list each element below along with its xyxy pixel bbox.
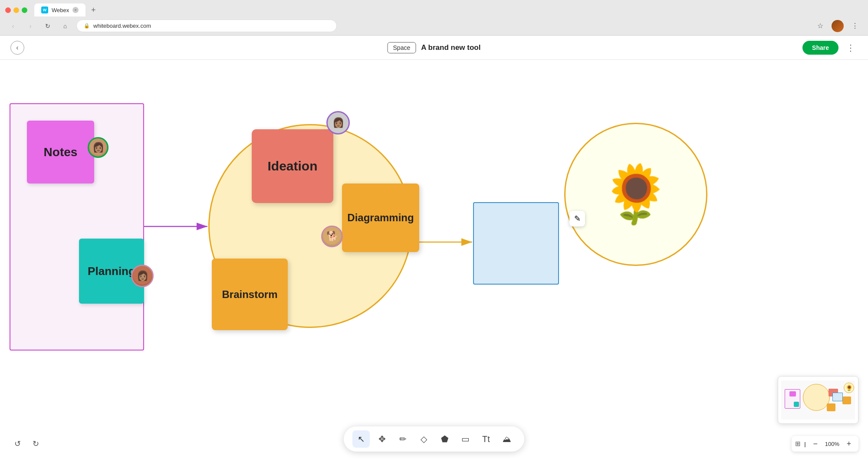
mini-diag (842, 396, 851, 404)
zoom-controls: ⊞ | − 100% + (792, 436, 858, 452)
zoom-fit-icon[interactable]: ⊞ (795, 440, 801, 448)
undo-btn[interactable]: ↺ (10, 436, 25, 452)
top-user-avatar: 👩🏽 (326, 111, 350, 134)
back-to-space-btn[interactable]: ‹ (10, 41, 24, 55)
minimap[interactable]: 🌻 (778, 376, 858, 424)
blue-rectangle[interactable] (473, 202, 559, 285)
tab-close-btn[interactable]: × (72, 7, 79, 13)
browser-chrome: W Webex × + ‹ › ↻ ⌂ 🔒 whiteboard.webex.c… (0, 0, 868, 36)
app-bar: ‹ Space A brand new tool Share ⋮ (0, 36, 868, 60)
forward-btn[interactable]: › (24, 20, 36, 32)
undo-redo: ↺ ↻ (10, 436, 43, 452)
edit-icon-btn[interactable]: ✎ (569, 211, 585, 226)
zoom-minus-btn[interactable]: − (809, 438, 822, 450)
minimap-inner: 🌻 (781, 380, 855, 419)
active-tab[interactable]: W Webex × (34, 3, 85, 16)
tab-bar: W Webex × + (0, 0, 868, 16)
browser-right-icons: ☆ ⋮ (814, 20, 861, 32)
browser-menu-icon[interactable]: ⋮ (849, 20, 861, 32)
space-badge[interactable]: Space (388, 42, 416, 53)
brainstorm-sticky[interactable]: Brainstorm (212, 259, 288, 330)
redo-icon: ↻ (33, 439, 39, 449)
zoom-percent: 100% (825, 441, 839, 447)
reload-btn[interactable]: ↻ (42, 20, 54, 32)
redo-btn[interactable]: ↻ (28, 436, 43, 452)
canvas: Notes 👩🏽 Planning 👩🏽 👩🏽 Ideation Diagram… (0, 60, 868, 462)
sticky-icon: ▭ (461, 434, 470, 444)
sticky-tool-btn[interactable]: ▭ (457, 430, 474, 448)
notes-label: Notes (44, 145, 78, 159)
address-bar[interactable]: 🔒 whiteboard.webex.com (76, 20, 337, 32)
circle-user-avatar: 🐕 (321, 226, 343, 247)
tab-title: Webex (52, 7, 69, 13)
mini-blue-rect (832, 393, 843, 401)
minimize-window-btn[interactable] (13, 7, 19, 13)
address-bar-row: ‹ › ↻ ⌂ 🔒 whiteboard.webex.com ☆ ⋮ (0, 16, 868, 35)
pan-tool-btn[interactable]: ✥ (373, 430, 391, 448)
more-options-btn[interactable]: ⋮ (844, 41, 858, 55)
sunflower-image: 🌻 (601, 161, 671, 227)
app-bar-center: Space A brand new tool (388, 42, 481, 53)
eraser-icon: ◇ (421, 434, 427, 444)
maximize-window-btn[interactable] (22, 7, 27, 13)
mini-notes (789, 391, 796, 396)
mini-planning (794, 402, 799, 407)
select-icon: ↖ (358, 434, 365, 444)
notes-sticky[interactable]: Notes (27, 121, 94, 183)
diagramming-label: Diagramming (347, 212, 414, 224)
select-tool-btn[interactable]: ↖ (352, 430, 370, 448)
board-title: A brand new tool (421, 43, 480, 52)
app-bar-right: Share ⋮ (802, 41, 858, 55)
fill-icon: ⬟ (441, 434, 448, 444)
home-btn[interactable]: ⌂ (59, 20, 71, 32)
notes-user-avatar: 👩🏽 (88, 137, 108, 158)
image-tool-btn[interactable]: ⛰ (498, 430, 516, 448)
traffic-lights (5, 7, 27, 13)
mini-frame (785, 389, 800, 409)
url-text: whiteboard.webex.com (93, 23, 151, 29)
close-window-btn[interactable] (5, 7, 11, 13)
fill-tool-btn[interactable]: ⬟ (436, 430, 453, 448)
edit-icon: ✎ (574, 214, 581, 223)
zoom-separator: | (804, 441, 806, 447)
share-button[interactable]: Share (802, 41, 838, 55)
sunflower-circle[interactable]: 🌻 (564, 123, 707, 266)
mini-circle (803, 384, 830, 411)
bookmark-icon[interactable]: ☆ (814, 20, 826, 32)
text-icon: Tt (482, 434, 490, 444)
undo-icon: ↺ (14, 439, 21, 449)
ideation-label: Ideation (267, 159, 317, 174)
brainstorm-label: Brainstorm (222, 288, 277, 301)
back-btn[interactable]: ‹ (7, 20, 19, 32)
ideation-sticky[interactable]: Ideation (252, 129, 333, 203)
pen-icon: ✏ (399, 434, 407, 444)
browser-user-avatar[interactable] (832, 20, 844, 32)
pen-tool-btn[interactable]: ✏ (394, 430, 411, 448)
text-tool-btn[interactable]: Tt (477, 430, 495, 448)
diagramming-sticky[interactable]: Diagramming (342, 183, 419, 252)
notes-frame[interactable]: Notes 👩🏽 Planning (10, 103, 144, 351)
tab-favicon: W (41, 7, 48, 13)
image-icon: ⛰ (503, 434, 511, 444)
planning-label: Planning (88, 265, 135, 278)
pan-icon: ✥ (378, 434, 386, 444)
toolbar: ↖ ✥ ✏ ◇ ⬟ ▭ Tt ⛰ (344, 426, 524, 452)
frame-user-avatar: 👩🏽 (131, 265, 154, 287)
new-tab-btn[interactable]: + (87, 4, 99, 16)
zoom-plus-btn[interactable]: + (843, 438, 855, 450)
mini-sunflower: 🌻 (844, 383, 854, 393)
eraser-tool-btn[interactable]: ◇ (415, 430, 432, 448)
mini-brain (827, 403, 835, 411)
lock-icon: 🔒 (84, 23, 90, 29)
